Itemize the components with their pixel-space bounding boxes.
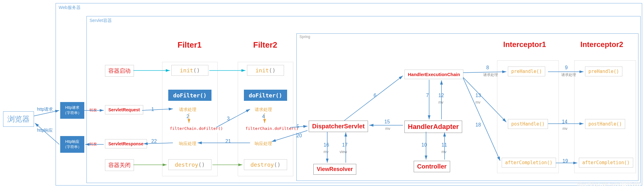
step10: 10 <box>421 142 427 148</box>
step3: 3 <box>227 116 230 122</box>
step18: 18 <box>475 122 481 128</box>
int1-aftercompletion: afterCompletion() <box>502 158 556 168</box>
step13-mv: mv <box>475 100 480 105</box>
step22: 22 <box>151 139 157 144</box>
step19: 19 <box>562 158 568 164</box>
servlet-container-title: Servlet容器 <box>90 18 112 24</box>
int1-prehandle: preHandle() <box>508 66 545 76</box>
filter1-init: init() <box>171 65 208 76</box>
int2-prehandle: preHandle() <box>585 66 622 76</box>
step20: 20 <box>296 133 302 139</box>
web-server-title: Web服务器 <box>59 5 81 11</box>
http-resp-l1: Http响应 <box>65 139 79 144</box>
browser-node: 浏览器 <box>3 111 34 127</box>
step17-view: view <box>340 150 347 154</box>
diagram-canvas: Web服务器 Servlet容器 Spring 浏览器 Http请求（字符串） … <box>0 0 644 188</box>
p7: () <box>547 160 552 165</box>
step7: 7 <box>426 93 429 98</box>
http-resp-l2: （字符串） <box>63 145 82 149</box>
int1-posthandle: postHandle() <box>508 119 548 129</box>
p4: () <box>274 161 281 168</box>
step11-mv: mv <box>441 150 446 154</box>
step8-sub: 请求处理 <box>483 72 498 78</box>
p5: () <box>536 69 542 74</box>
int2-ac-t: afterCompletion <box>582 160 624 165</box>
servlet-request: ServletRequest <box>105 105 143 114</box>
filter2-destroy-t: destroy <box>250 161 274 168</box>
p10: () <box>624 160 629 165</box>
filter1-destroy: destroy() <box>168 159 211 170</box>
int1-pre-t: preHandle <box>511 69 536 74</box>
handler-execution-chain: HandlerExecutionChain <box>404 70 463 79</box>
filter1-init-text: init <box>180 67 193 74</box>
step5: 5 <box>296 124 299 129</box>
filter2-destroy: destroy() <box>244 159 287 170</box>
interceptor1-col <box>497 60 559 173</box>
int2-pre-t: preHandle <box>588 69 613 74</box>
step2: 2 <box>186 114 189 119</box>
paren: () <box>193 67 200 74</box>
step9-sub: 请求处理 <box>561 72 576 78</box>
filter2-filterchain: filterChain.doFilter() <box>242 124 302 133</box>
step14-mv: mv <box>562 126 567 131</box>
interceptor2-heading: Interceptor2 <box>580 40 623 49</box>
int2-aftercompletion: afterCompletion() <box>579 158 633 168</box>
step14: 14 <box>562 119 567 125</box>
watermark: https://blog.csdn.net/u012995888 <box>577 182 641 186</box>
int2-posthandle: postHandle() <box>585 119 625 129</box>
filter1-destroy-t: destroy <box>175 161 198 168</box>
int2-post-t: postHandle <box>588 121 616 127</box>
step9: 9 <box>565 65 568 70</box>
http-request-box: Http请求（字符串） <box>60 102 84 119</box>
servlet-response: ServletResponse <box>105 139 147 148</box>
http-req-l1: Http请求 <box>65 105 79 110</box>
filter2-req-proc: 请求处理 <box>252 105 275 114</box>
filter2-init-t: init <box>255 67 269 74</box>
handler-adapter: HandlerAdapter <box>404 121 462 133</box>
controller: Controller <box>414 161 450 172</box>
container-start: 容器启动 <box>105 65 134 77</box>
filter1-heading: Filter1 <box>178 40 202 50</box>
step21: 21 <box>225 139 231 144</box>
http-req-label: http请求 <box>37 107 53 112</box>
dispatcher-servlet: DispatcherServlet <box>309 121 368 132</box>
container-close: 容器关闭 <box>105 159 134 171</box>
step15: 15 <box>384 119 390 125</box>
forward-label-1: 转发 <box>90 108 97 113</box>
http-resp-label: http响应 <box>37 128 53 133</box>
step16-mv: mv <box>324 150 328 154</box>
filter1-filterchain: filterChain.doFilter() <box>167 124 226 133</box>
filter2-resp-proc: 响应处理 <box>252 139 275 148</box>
forward-label-2: 转发 <box>90 142 97 147</box>
spring-title: Spring <box>299 35 310 39</box>
step8: 8 <box>486 65 489 70</box>
p6: () <box>539 121 545 127</box>
http-response-box: Http响应（字符串） <box>60 136 84 153</box>
step1: 1 <box>151 107 154 112</box>
p9: () <box>616 121 622 127</box>
step13: 13 <box>475 93 481 98</box>
filter1-req-proc: 请求处理 <box>176 105 199 114</box>
step11: 11 <box>441 142 447 148</box>
filter2-dofilter: doFilter() <box>244 90 287 101</box>
step12: 12 <box>438 93 444 98</box>
paren2: () <box>198 161 205 168</box>
step15-mv: mv <box>385 126 390 131</box>
step16: 16 <box>324 142 329 148</box>
step4: 4 <box>262 114 265 119</box>
filter1-resp-proc: 响应处理 <box>176 139 199 148</box>
step12-mv: mv <box>438 100 443 105</box>
step17: 17 <box>342 142 348 148</box>
filter2-heading: Filter2 <box>253 40 277 50</box>
p3: () <box>269 67 276 74</box>
filter1-dofilter: doFilter() <box>168 90 211 101</box>
p8: () <box>613 69 619 74</box>
int1-ac-t: afterCompletion <box>505 160 547 165</box>
filter2-init: init() <box>247 65 284 76</box>
interceptor1-heading: Interceptor1 <box>503 40 546 49</box>
http-req-l2: （字符串） <box>63 111 82 115</box>
view-resolver: ViewResolver <box>313 164 356 175</box>
int1-post-t: postHandle <box>511 121 539 127</box>
interceptor2-col <box>574 60 636 173</box>
step6: 6 <box>374 93 376 98</box>
